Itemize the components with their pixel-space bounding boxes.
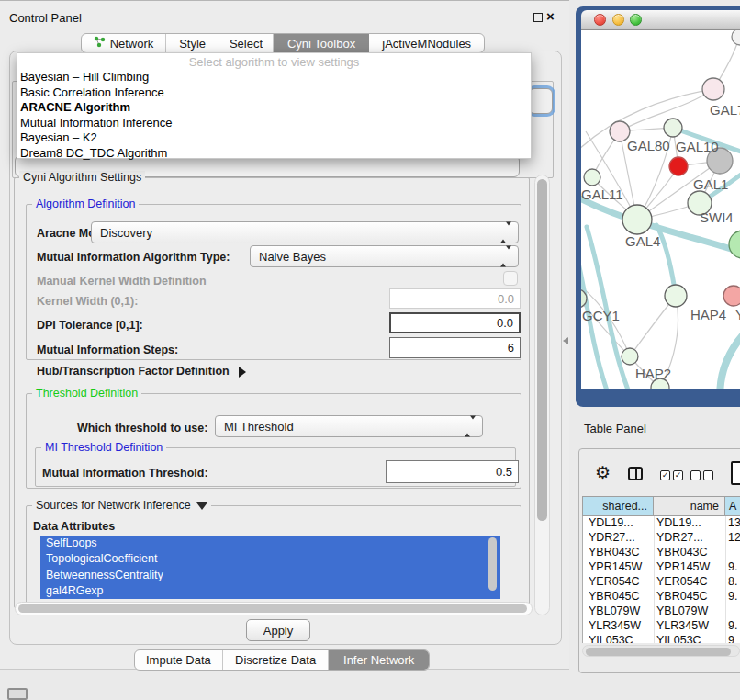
network-node-selected[interactable] <box>669 157 688 175</box>
algorithm-option[interactable]: Bayesian – K2 <box>17 130 531 146</box>
data-attributes-list: SelfLoops TopologicalCoefficient Between… <box>40 536 500 599</box>
tab-style[interactable]: Style <box>166 34 219 52</box>
node-label: GAL1 <box>693 176 728 192</box>
tab-network-label: Network <box>110 37 154 51</box>
table-horizontal-scrollbar[interactable] <box>582 645 740 657</box>
mi-threshold-label: Mutual Information Threshold: <box>42 467 208 480</box>
network-node[interactable] <box>622 205 652 234</box>
column-header-shared-name[interactable]: shared... <box>582 496 654 516</box>
tab-cyni-toolbox[interactable]: Cyni Toolbox <box>274 34 370 52</box>
table-row[interactable]: YDR27... YDR27... 12 <box>583 531 740 546</box>
network-node[interactable] <box>665 285 687 307</box>
network-node[interactable] <box>584 169 600 186</box>
algorithm-dropdown-placeholder: Select algorithm to view settings <box>17 55 531 70</box>
hub-section-toggle[interactable]: Hub/Transcription Factor Definition <box>37 365 246 378</box>
split-columns-icon[interactable] <box>628 467 643 480</box>
table-cell: YPR145W <box>583 560 655 575</box>
table-row[interactable]: YBR043C YBR043C <box>583 546 740 560</box>
node-label: HAP2 <box>635 366 671 381</box>
data-attributes-label: Data Attributes <box>33 520 115 533</box>
minimize-window-icon[interactable] <box>612 14 624 26</box>
tab-jactivemnodules[interactable]: jActiveMNodules <box>369 34 484 52</box>
table-cell: YDR27... <box>583 531 655 546</box>
table-row[interactable]: YLR345W YLR345W 9. <box>583 619 740 634</box>
control-panel-tabs: Network Style Select Cyni Toolbox jActiv… <box>81 33 485 53</box>
kernel-width-field[interactable]: 0.0 <box>389 288 521 309</box>
mi-threshold-field[interactable]: 0.5 <box>386 460 519 483</box>
node-label: Y <box>735 307 740 322</box>
table-row[interactable]: YBR045C YBR045C 9. <box>583 590 740 604</box>
table-cell: YBR045C <box>655 590 726 604</box>
sources-group-toggle[interactable]: Sources for Network Inference <box>32 499 211 512</box>
tab-impute-data[interactable]: Impute Data <box>135 650 223 670</box>
table-row[interactable]: YER054C YER054C 8. <box>583 575 740 590</box>
mi-steps-field[interactable]: 6 <box>389 337 521 358</box>
network-node[interactable] <box>702 78 724 100</box>
tab-network[interactable]: Network <box>82 34 166 52</box>
close-panel-icon[interactable]: × <box>546 10 555 23</box>
network-node[interactable] <box>732 30 740 45</box>
node-label: GAL7 <box>710 102 740 118</box>
tab-infer-network[interactable]: Infer Network <box>329 650 429 670</box>
settings-horizontal-scrollbar[interactable] <box>15 602 533 615</box>
dpi-tolerance-field[interactable]: 0.0 <box>389 312 521 333</box>
table-cell: YLR345W <box>583 619 655 634</box>
table-cell: 8. <box>726 575 740 590</box>
table-scrollbar-thumb[interactable] <box>586 648 731 656</box>
algorithm-option[interactable]: Bayesian – Hill Climbing <box>17 70 531 85</box>
apply-button[interactable]: Apply <box>246 619 310 641</box>
which-threshold-combo[interactable]: MI Threshold <box>215 415 483 437</box>
algorithm-option[interactable]: Basic Correlation Inference <box>17 85 531 101</box>
table-cell <box>726 604 740 619</box>
list-scrollbar-thumb[interactable] <box>488 537 497 591</box>
aracne-mode-combo[interactable]: Discovery <box>91 221 519 243</box>
network-window: GAL7 GAL80 GAL10 GAL11 GAL1 SWI4 GAL4 GC… <box>576 6 740 407</box>
unchecked-box-icon[interactable] <box>690 470 701 480</box>
network-window-titlebar[interactable] <box>581 10 740 30</box>
table-cell: 9 <box>726 634 740 643</box>
network-node[interactable] <box>622 348 638 365</box>
tab-select[interactable]: Select <box>219 34 273 52</box>
network-node[interactable] <box>664 119 682 137</box>
tab-discretize-data[interactable]: Discretize Data <box>223 650 330 670</box>
list-item[interactable]: gal4RGexp <box>40 583 500 599</box>
table-row[interactable]: YPR145W YPR145W 9. <box>583 560 740 575</box>
algorithm-combo-partial[interactable] <box>529 88 553 114</box>
settings-vertical-scrollbar[interactable] <box>534 175 550 615</box>
list-item[interactable]: TopologicalCoefficient <box>40 551 500 567</box>
algorithm-option[interactable]: Dream8 DC_TDC Algorithm <box>17 146 531 162</box>
kernel-width-label: Kernel Width (0,1): <box>37 295 138 308</box>
float-panel-icon[interactable] <box>533 13 543 22</box>
document-icon[interactable] <box>731 461 740 485</box>
mi-algorithm-type-combo[interactable]: Naive Bayes <box>250 245 519 267</box>
table-row[interactable]: YBL079W YBL079W <box>583 604 740 619</box>
network-icon <box>94 36 106 51</box>
checked-box-icon[interactable]: ✓ <box>660 470 670 480</box>
unchecked-box-icon[interactable] <box>703 470 713 480</box>
vertical-scrollbar-thumb[interactable] <box>537 179 547 521</box>
network-node[interactable] <box>729 231 740 258</box>
mi-steps-label: Mutual Information Steps: <box>37 344 178 356</box>
network-canvas[interactable]: GAL7 GAL80 GAL10 GAL11 GAL1 SWI4 GAL4 GC… <box>581 30 740 389</box>
list-item[interactable]: SelfLoops <box>40 536 500 551</box>
table-cell: YIL053C <box>655 634 726 643</box>
close-window-icon[interactable] <box>594 14 606 26</box>
manual-kernel-width-checkbox[interactable] <box>503 271 518 286</box>
minimized-panel-icon[interactable] <box>7 688 28 700</box>
algorithm-option[interactable]: Mutual Information Inference <box>17 116 531 131</box>
table-panel-title: Table Panel <box>584 422 646 435</box>
gear-icon[interactable]: ⚙ <box>595 464 611 482</box>
horizontal-scrollbar-thumb[interactable] <box>18 604 527 613</box>
table-row[interactable]: YIL053C YIL053C 9 <box>583 634 740 643</box>
checked-box-icon[interactable]: ✓ <box>673 470 683 480</box>
table-cell: YDR27... <box>655 531 726 546</box>
zoom-window-icon[interactable] <box>630 14 642 26</box>
node-label: HAP4 <box>690 307 726 322</box>
column-header-name[interactable]: name <box>654 496 725 516</box>
column-header-partial[interactable]: A <box>725 496 740 516</box>
panel-collapse-arrow-icon[interactable] <box>563 337 568 344</box>
network-node[interactable] <box>723 286 740 306</box>
algorithm-option-selected[interactable]: ARACNE Algorithm <box>17 100 531 116</box>
table-row[interactable]: YDL19... YDL19... 13 <box>583 516 740 531</box>
list-item[interactable]: BetweennessCentrality <box>40 568 500 583</box>
